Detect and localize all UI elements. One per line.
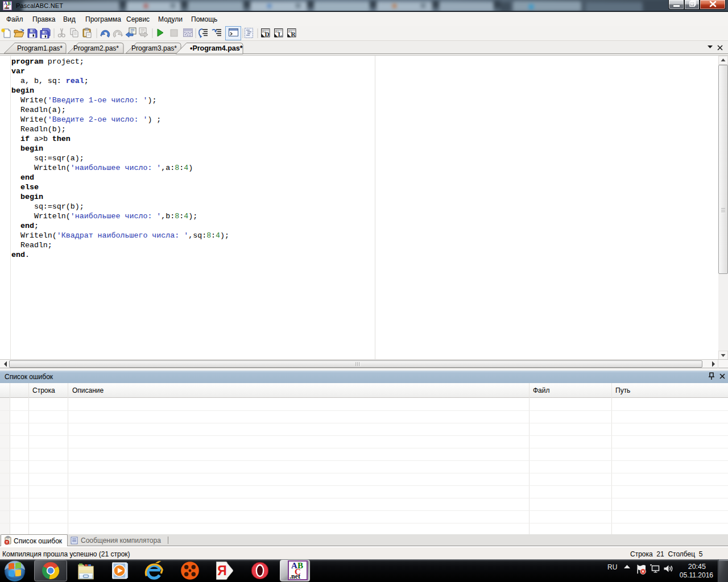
svg-text:Program1.pas*: Program1.pas* (17, 44, 63, 52)
svg-text:20:45: 20:45 (688, 563, 706, 571)
svg-text:.net: .net (289, 572, 300, 580)
svg-text:L: L (278, 31, 282, 38)
svg-text:Program3.pas*: Program3.pas* (131, 44, 177, 52)
svg-text:Program2.pas*: Program2.pas* (73, 44, 119, 52)
svg-text:Я: Я (217, 563, 227, 578)
svg-text:R: R (291, 31, 296, 38)
svg-text:•Program4.pas*: •Program4.pas* (190, 44, 243, 52)
svg-text:D: D (265, 31, 270, 38)
svg-text:05.11.2016: 05.11.2016 (680, 571, 713, 579)
svg-text:RU: RU (607, 563, 617, 571)
